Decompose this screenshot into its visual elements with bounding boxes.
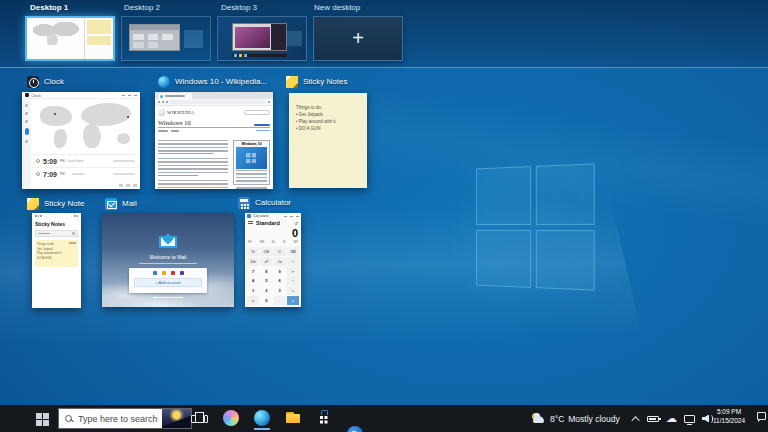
windows-logo-pane (535, 163, 594, 224)
map-continent (54, 129, 67, 149)
edge-button[interactable] (254, 410, 270, 426)
nav-icon-selected (25, 128, 29, 135)
calculator-window-title: Calculator (255, 198, 291, 207)
search-highlight-image[interactable] (162, 409, 191, 428)
clock-row-detail (113, 160, 135, 162)
weather-icon (530, 412, 546, 426)
hamburger-icon (248, 221, 253, 225)
link-lines (158, 175, 198, 178)
desktop-3-label: Desktop 3 (221, 3, 257, 13)
memory-key: M- (283, 240, 286, 244)
search-placeholder-bar (38, 233, 50, 235)
windows-logo-pane (476, 166, 530, 224)
onedrive-icon[interactable]: ☁ (666, 414, 677, 424)
wikipedia-header: WIKIPEDIA (158, 108, 270, 117)
calculator-key: % (247, 247, 259, 256)
clock-face-icon (36, 172, 40, 176)
file-explorer-button[interactable] (285, 410, 301, 426)
edit-icon (126, 184, 130, 187)
calculator-key: 9 (274, 267, 286, 276)
browser-window-thumbnail[interactable]: WIKIPEDIA Windows 10 Windows 10 (155, 92, 273, 189)
tray-clock[interactable]: 5:09 PM 11/15/2024 (706, 407, 752, 425)
search-input[interactable] (76, 413, 162, 425)
calculator-key: + (287, 286, 299, 295)
windows-logo-pane (535, 230, 594, 291)
clock-row-detail (113, 173, 135, 175)
mini-taskbar-icon (239, 54, 242, 57)
note-date-bar (69, 242, 76, 244)
desktop-1-notes-column (84, 18, 113, 59)
mini-image (235, 27, 270, 48)
paragraph-lines (158, 140, 228, 152)
calculator-key: √x (274, 257, 286, 266)
maximize-icon (128, 95, 131, 96)
desktop-2-label: Desktop 2 (124, 3, 160, 13)
start-button[interactable] (36, 413, 49, 426)
network-icon[interactable] (684, 415, 695, 423)
tab-favicon (160, 95, 163, 98)
mail-welcome-text: Welcome to Mail (102, 254, 234, 260)
note-preview-lines: Things to do:Get JetpackPlay around with… (37, 242, 76, 260)
sticky-notes-icon (286, 76, 298, 88)
menu-icon (268, 101, 270, 103)
sticky-list-note-preview: Things to do:Get JetpackPlay around with… (35, 240, 78, 267)
sticky-list-thumbnail[interactable]: Sticky Notes Things to do:Get JetpackPla… (32, 213, 81, 308)
sticky-note-thumbnail[interactable]: Things to do:• Get Jetpack• Play around … (289, 93, 367, 188)
mail-subtitle-bar (139, 263, 197, 265)
mini-tile (148, 34, 159, 41)
new-desktop-label: New desktop (314, 3, 360, 13)
clock-nav-sidebar (22, 99, 31, 189)
infobox-row-lines (236, 177, 267, 189)
world-clock-row: 7:09 PM (31, 167, 140, 180)
calculator-key: 7 (247, 267, 259, 276)
desktop-1-tile[interactable] (25, 16, 115, 61)
add-icon (133, 184, 137, 187)
memory-key: MR (260, 240, 264, 244)
calculator-header: Standard ↺ (245, 219, 301, 227)
article-tab-bar (171, 130, 179, 132)
action-center-button[interactable] (757, 412, 766, 420)
desktop-2-tile[interactable] (121, 16, 211, 61)
clock-window-thumbnail[interactable]: Clock 5:09 PM Local time (22, 92, 140, 189)
mini-tile (162, 34, 173, 41)
article-tabs (158, 130, 270, 132)
clock-row-label: Local time (68, 159, 84, 163)
world-clock-row: 5:09 PM Local time (31, 154, 140, 167)
calculator-key: 8 (260, 267, 272, 276)
mini-taskbar-icon (244, 54, 247, 57)
store-button[interactable] (316, 410, 332, 426)
desktop-3-window (232, 23, 287, 51)
forward-icon (162, 101, 164, 103)
desktop-1-clock-window (27, 18, 84, 59)
calculator-display: 0 (245, 227, 301, 239)
mini-side-panel (271, 24, 286, 50)
battery-icon[interactable] (647, 416, 659, 422)
calculator-key: CE (260, 247, 272, 256)
provider-icon (171, 271, 175, 275)
clock-mini-icon (25, 93, 29, 97)
desktop-1-preview (27, 18, 113, 59)
desktop-3-tile[interactable] (217, 16, 307, 61)
nav-icon (25, 140, 28, 143)
calculator-mode: Standard (256, 220, 280, 226)
paragraph-lines (158, 180, 228, 189)
calculator-key: 0 (260, 296, 272, 305)
infobox-screenshot (236, 147, 267, 169)
weather-widget[interactable]: 8°C Mostly cloudy (530, 405, 620, 432)
history-icon: ↺ (294, 221, 298, 226)
desktop-1-label: Desktop 1 (30, 3, 68, 13)
clock-footer-buttons (119, 184, 137, 187)
nav-icon (25, 112, 28, 115)
calculator-thumbnail[interactable]: Calculator Standard ↺ 0 MCMRM+M-MS %CEC⌫… (245, 213, 301, 307)
mini-taskbar (232, 54, 287, 57)
taskbar-search[interactable] (58, 408, 192, 429)
task-view-button[interactable] (192, 410, 208, 426)
map-continent (40, 106, 73, 127)
calculator-key: ± (247, 296, 259, 305)
add-account-button: + Add account (134, 278, 202, 287)
tab-title-bar (165, 95, 185, 97)
copilot-button[interactable] (223, 410, 239, 426)
new-desktop-tile[interactable]: + (313, 16, 403, 61)
mail-window-thumbnail[interactable]: Welcome to Mail + Add account (102, 213, 234, 307)
browser-address-bar (155, 99, 273, 106)
